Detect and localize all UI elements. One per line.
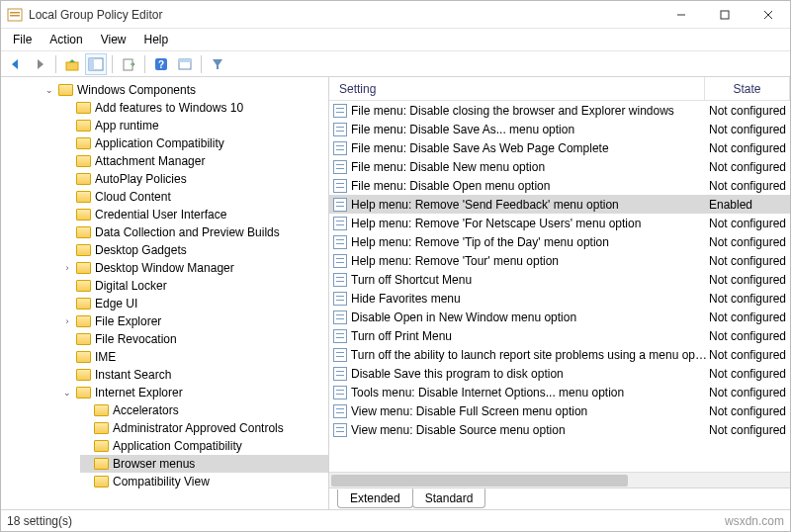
properties-button[interactable]: [174, 53, 196, 75]
tree-label: Internet Explorer: [95, 386, 183, 399]
folder-icon: [76, 262, 91, 274]
setting-name: View menu: Disable Full Screen menu opti…: [351, 404, 587, 418]
setting-row[interactable]: Help menu: Remove 'Tip of the Day' menu …: [329, 232, 790, 251]
tree-node[interactable]: ›Desktop Window Manager: [62, 259, 328, 277]
tree-node[interactable]: Compatibility View: [80, 473, 328, 490]
setting-name: Turn off Print Menu: [351, 329, 452, 343]
column-setting[interactable]: Setting: [329, 77, 705, 100]
forward-button[interactable]: [29, 53, 50, 75]
tree-node[interactable]: Data Collection and Preview Builds: [62, 223, 328, 241]
setting-row[interactable]: File menu: Disable Save As... menu optio…: [329, 120, 790, 138]
setting-row[interactable]: Disable Open in New Window menu optionNo…: [329, 308, 790, 326]
chevron-down-icon[interactable]: ⌄: [62, 388, 72, 398]
horizontal-scrollbar[interactable]: [329, 472, 790, 488]
setting-row[interactable]: File menu: Disable closing the browser a…: [329, 101, 790, 120]
tree-node[interactable]: Cloud Content: [62, 188, 328, 206]
up-folder-button[interactable]: [61, 53, 83, 75]
setting-row[interactable]: Help menu: Remove 'Tour' menu optionNot …: [329, 251, 790, 270]
scroll-thumb[interactable]: [331, 475, 628, 487]
tree-node[interactable]: App runtime: [62, 117, 328, 134]
tab-standard[interactable]: Standard: [412, 488, 486, 508]
policy-icon: [333, 423, 347, 437]
chevron-right-icon[interactable]: ›: [62, 263, 72, 273]
tree-node[interactable]: ⌄Internet Explorer: [62, 384, 328, 401]
folder-icon: [76, 102, 91, 114]
tree-node[interactable]: Edge UI: [62, 295, 328, 312]
chevron-down-icon[interactable]: ⌄: [44, 85, 54, 95]
tree-label: Desktop Gadgets: [95, 243, 187, 257]
setting-name: File menu: Disable Open menu option: [351, 179, 550, 193]
tree-node[interactable]: Attachment Manager: [62, 152, 328, 170]
policy-icon: [333, 123, 347, 136]
folder-icon: [94, 476, 109, 488]
tab-strip: Extended Standard: [329, 488, 790, 509]
folder-icon: [76, 137, 91, 149]
tree-node[interactable]: Application Compatibility: [62, 134, 328, 152]
show-hide-tree-button[interactable]: [85, 53, 107, 75]
tree-node[interactable]: Desktop Gadgets: [62, 241, 328, 259]
back-button[interactable]: [5, 53, 27, 75]
setting-row[interactable]: View menu: Disable Full Screen menu opti…: [329, 401, 790, 420]
tree-pane[interactable]: ⌄ Windows Components Add features to Win…: [1, 77, 329, 509]
filter-button[interactable]: [207, 53, 228, 75]
setting-row[interactable]: File menu: Disable New menu optionNot co…: [329, 157, 790, 176]
tree-node[interactable]: File Revocation: [62, 330, 328, 348]
setting-state: Not configured: [709, 273, 790, 287]
setting-row[interactable]: Turn off Shortcut MenuNot configured: [329, 270, 790, 289]
tree-node[interactable]: Application Compatibility: [80, 437, 328, 455]
menu-action[interactable]: Action: [42, 31, 90, 48]
policy-icon: [333, 198, 347, 212]
column-state[interactable]: State: [705, 77, 790, 100]
tree-node[interactable]: Instant Search: [62, 366, 328, 384]
tree-label: Application Compatibility: [95, 136, 224, 150]
setting-row[interactable]: Turn off Print MenuNot configured: [329, 326, 790, 345]
setting-row[interactable]: Help menu: Remove 'For Netscape Users' m…: [329, 214, 790, 232]
tree-label: Edge UI: [95, 297, 137, 310]
setting-state: Not configured: [709, 160, 790, 174]
tree-node[interactable]: IME: [62, 348, 328, 366]
maximize-button[interactable]: [703, 1, 747, 29]
tree-label: Digital Locker: [95, 279, 167, 293]
setting-row[interactable]: Tools menu: Disable Internet Options... …: [329, 383, 790, 401]
tree-label: Attachment Manager: [95, 154, 205, 168]
tree-label: IME: [95, 350, 116, 364]
minimize-button[interactable]: [659, 1, 703, 29]
tab-extended[interactable]: Extended: [337, 489, 413, 508]
tree-label: Cloud Content: [95, 190, 171, 204]
setting-state: Not configured: [709, 123, 790, 136]
setting-row[interactable]: Help menu: Remove 'Send Feedback' menu o…: [329, 195, 790, 214]
tree-node[interactable]: ›File Explorer: [62, 312, 328, 330]
settings-list[interactable]: File menu: Disable closing the browser a…: [329, 101, 790, 472]
toolbar-separator: [112, 55, 113, 73]
settings-pane: Setting State File menu: Disable closing…: [329, 77, 790, 509]
menu-view[interactable]: View: [93, 31, 134, 48]
policy-icon: [333, 104, 347, 118]
help-button[interactable]: ?: [150, 53, 172, 75]
setting-row[interactable]: Turn off the ability to launch report si…: [329, 345, 790, 364]
tree-node[interactable]: AutoPlay Policies: [62, 170, 328, 188]
tree-node[interactable]: Administrator Approved Controls: [80, 419, 328, 437]
setting-row[interactable]: Hide Favorites menuNot configured: [329, 289, 790, 308]
export-list-button[interactable]: [118, 53, 139, 75]
folder-icon: [76, 351, 91, 363]
menu-help[interactable]: Help: [136, 31, 177, 48]
setting-name: Help menu: Remove 'Tour' menu option: [351, 254, 559, 268]
tree-node-windows-components[interactable]: ⌄ Windows Components: [44, 81, 328, 99]
setting-state: Not configured: [709, 104, 790, 118]
setting-name: Help menu: Remove 'Send Feedback' menu o…: [351, 198, 619, 212]
app-icon: [7, 7, 23, 23]
tree-node[interactable]: Credential User Interface: [62, 206, 328, 223]
setting-row[interactable]: File menu: Disable Open menu optionNot c…: [329, 176, 790, 195]
close-button[interactable]: [747, 1, 790, 29]
tree-node[interactable]: Accelerators: [80, 401, 328, 419]
setting-row[interactable]: File menu: Disable Save As Web Page Comp…: [329, 138, 790, 157]
tree-label: Accelerators: [113, 403, 179, 417]
menubar: File Action View Help: [1, 29, 790, 51]
tree-node[interactable]: Add features to Windows 10: [62, 99, 328, 117]
menu-file[interactable]: File: [5, 31, 40, 48]
chevron-right-icon[interactable]: ›: [62, 316, 72, 326]
tree-node[interactable]: Digital Locker: [62, 277, 328, 295]
setting-row[interactable]: View menu: Disable Source menu optionNot…: [329, 420, 790, 439]
setting-row[interactable]: Disable Save this program to disk option…: [329, 364, 790, 383]
tree-node[interactable]: Browser menus: [80, 455, 328, 473]
